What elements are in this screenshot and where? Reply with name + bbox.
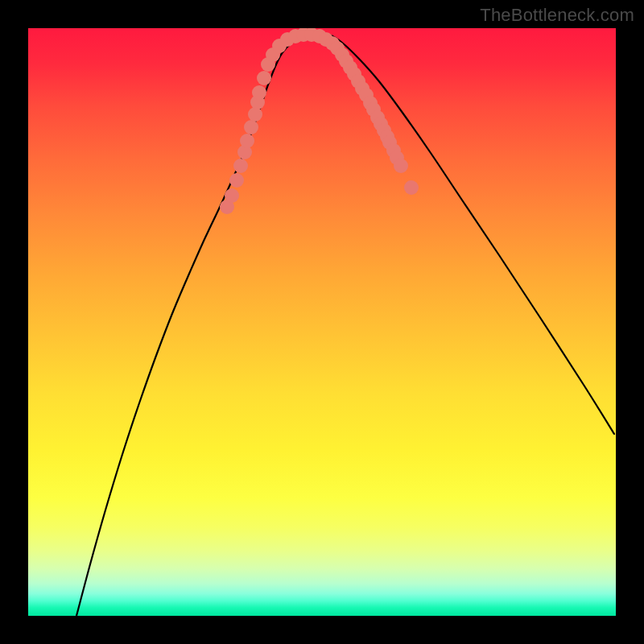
chart-frame: TheBottleneck.com	[0, 0, 644, 644]
bottleneck-curve	[76, 33, 614, 616]
curve-layer	[28, 28, 616, 616]
plot-area	[28, 28, 616, 616]
curve-marker	[229, 173, 244, 188]
curve-marker	[244, 120, 258, 134]
curve-marker	[257, 71, 271, 85]
marker-group	[220, 28, 419, 214]
watermark-text: TheBottleneck.com	[480, 5, 634, 26]
curve-marker	[394, 159, 408, 173]
curve-marker	[404, 180, 419, 195]
curve-marker	[240, 134, 254, 148]
curve-marker	[252, 85, 266, 100]
curve-marker	[248, 107, 262, 122]
curve-marker	[233, 159, 248, 173]
curve-marker	[225, 188, 239, 203]
